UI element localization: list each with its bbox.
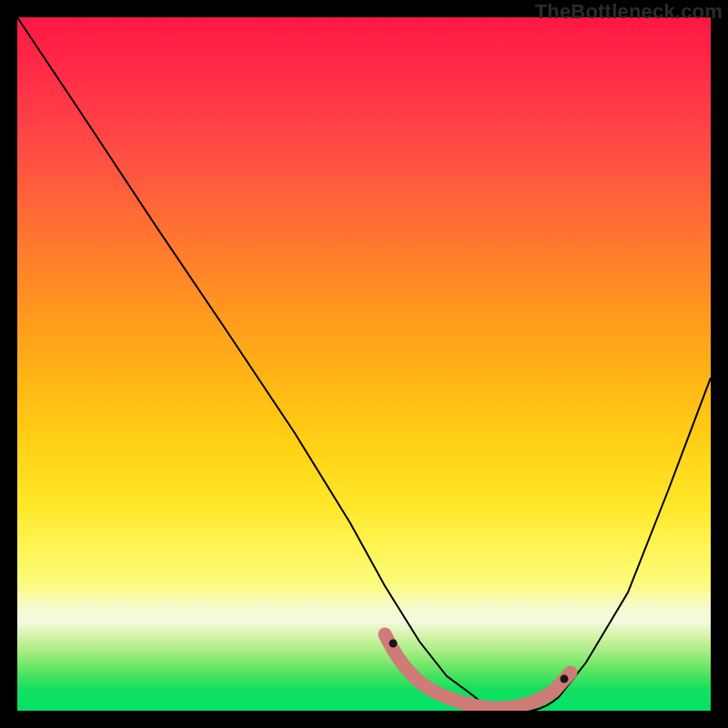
- marker-dot-2: [389, 640, 398, 648]
- optimal-range-band: [385, 634, 571, 708]
- watermark-text: TheBottleneck.com: [535, 0, 723, 24]
- chart-svg: [17, 17, 711, 711]
- marker-dot-1: [561, 675, 569, 683]
- bottleneck-curve-line: [17, 17, 711, 711]
